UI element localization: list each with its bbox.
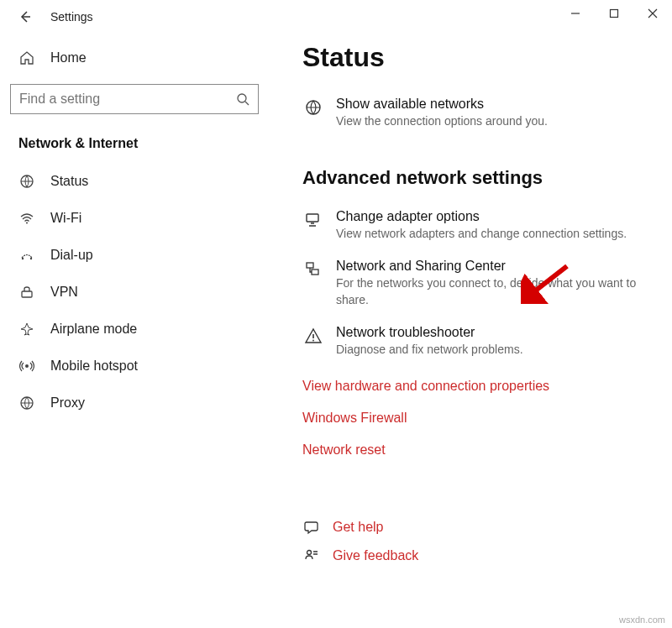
network-troubleshooter[interactable]: Network troubleshooter Diagnose and fix … [302,320,655,370]
hotspot-icon [18,358,35,374]
link-network-reset[interactable]: Network reset [302,434,655,466]
svg-rect-11 [307,263,313,268]
svg-rect-6 [22,291,32,297]
sidebar: Home Network & Internet Status Wi-Fi Dia… [0,34,269,628]
help-label: Get help [333,520,383,535]
opt-sub: For the networks you connect to, decide … [336,275,655,308]
airplane-icon [18,322,35,337]
vpn-icon [18,285,35,300]
opt-sub: Diagnose and fix network problems. [336,342,655,358]
back-button[interactable] [15,7,35,27]
svg-point-1 [238,94,246,102]
sidebar-section-title: Network & Internet [8,129,260,163]
status-icon [18,174,35,189]
svg-point-7 [25,364,29,368]
sidebar-item-proxy[interactable]: Proxy [8,385,260,421]
warning-icon [302,325,324,358]
minimize-icon [570,8,580,18]
adapter-icon [302,209,324,243]
close-icon [648,8,658,18]
search-icon [236,92,249,106]
get-help[interactable]: Get help [302,513,655,542]
sidebar-item-status[interactable]: Status [8,163,260,200]
svg-point-14 [307,550,312,554]
page-title: Status [302,42,655,73]
watermark: wsxdn.com [619,615,665,625]
window-title: Settings [50,10,93,24]
svg-point-13 [312,340,314,342]
link-windows-firewall[interactable]: Windows Firewall [302,402,655,434]
nav-label: Airplane mode [50,322,137,337]
maximize-icon [609,8,619,18]
svg-point-5 [30,258,32,259]
nav-label: VPN [50,285,78,300]
arrow-left-icon [18,10,32,24]
help-icon [302,520,321,535]
proxy-icon [18,395,35,411]
show-available-networks[interactable]: Show available networks View the connect… [302,92,655,142]
nav-label: Wi-Fi [50,211,81,226]
sidebar-item-airplane[interactable]: Airplane mode [8,311,260,348]
sidebar-item-vpn[interactable]: VPN [8,274,260,311]
network-sharing-center[interactable]: Network and Sharing Center For the netwo… [302,254,655,320]
home-nav[interactable]: Home [8,42,260,74]
dialup-icon [18,248,35,263]
nav-label: Proxy [50,395,85,411]
feedback-icon [302,548,321,563]
nav-label: Dial-up [50,248,93,263]
svg-rect-10 [307,214,318,222]
svg-point-4 [22,258,24,259]
minimize-button[interactable] [556,0,595,27]
opt-title: Network and Sharing Center [336,259,655,274]
svg-rect-12 [312,270,318,275]
opt-title: Network troubleshooter [336,325,655,340]
sidebar-item-hotspot[interactable]: Mobile hotspot [8,348,260,385]
change-adapter-options[interactable]: Change adapter options View network adap… [302,204,655,254]
svg-point-3 [26,222,28,224]
svg-rect-0 [611,10,618,18]
advanced-settings-title: Advanced network settings [302,167,655,189]
nav-label: Mobile hotspot [50,358,138,374]
home-label: Home [50,50,87,65]
sidebar-item-wifi[interactable]: Wi-Fi [8,200,260,237]
maximize-button[interactable] [595,0,633,27]
link-hardware-properties[interactable]: View hardware and connection properties [302,370,655,402]
search-field[interactable] [19,92,236,107]
wifi-icon [18,211,35,226]
main-content: Status Show available networks View the … [269,34,672,628]
search-input[interactable] [10,84,259,114]
give-feedback[interactable]: Give feedback [302,542,655,570]
opt-sub: View the connection options around you. [336,113,655,130]
home-icon [18,50,35,65]
opt-title: Change adapter options [336,209,655,224]
opt-title: Show available networks [336,97,655,112]
nav-label: Status [50,174,88,189]
opt-sub: View network adapters and change connect… [336,226,655,243]
sharing-icon [302,259,324,308]
globe-icon [302,97,324,130]
feedback-label: Give feedback [333,548,418,563]
close-button[interactable] [633,0,672,27]
sidebar-item-dialup[interactable]: Dial-up [8,237,260,274]
